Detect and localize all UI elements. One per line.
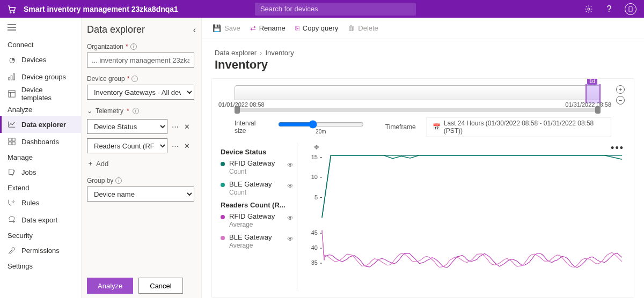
nav-item-data-export[interactable]: Data export (0, 211, 81, 228)
info-icon[interactable]: i (133, 108, 139, 114)
visibility-icon[interactable]: 👁 (287, 214, 294, 222)
more-icon[interactable]: ⋯ (171, 142, 179, 150)
legend-swatch-icon (221, 236, 225, 240)
svg-rect-3 (629, 6, 632, 12)
info-icon[interactable]: i (131, 76, 138, 82)
range-end-label: 01/31/2022 08:58 (565, 101, 611, 108)
breadcrumb-root[interactable]: Data explorer (215, 49, 257, 57)
svg-rect-4 (9, 78, 10, 80)
nav-section-extend: Extend (0, 181, 81, 194)
remove-icon[interactable]: ✕ (182, 123, 191, 131)
legend-item[interactable]: BLE GatewayCount👁 (221, 180, 291, 197)
groupby-label: Group byi (87, 177, 196, 184)
legend-item[interactable]: RFID GatewayCount👁 (221, 159, 291, 176)
svg-rect-6 (13, 74, 15, 80)
search-placeholder: Search for devices (260, 5, 318, 13)
interval-slider[interactable]: 20m (278, 120, 364, 135)
organization-label: Organization*i (87, 43, 196, 50)
zoom-in-icon[interactable]: + (616, 85, 625, 94)
svg-point-1 (13, 11, 14, 12)
data-export-icon (8, 215, 16, 224)
svg-text:10: 10 (311, 174, 318, 180)
calendar-icon: 📅 (433, 123, 441, 131)
search-input[interactable]: Search for devices (255, 3, 416, 16)
telemetry-select-1[interactable]: Readers Count (RF... (87, 138, 167, 153)
add-telemetry-button[interactable]: ＋Add (87, 159, 196, 168)
chart-container: 1d 01/01/2022 08:58 01/31/2022 08:58 + −… (211, 78, 634, 298)
dashboards-icon (8, 137, 16, 146)
device-templates-icon (8, 90, 16, 98)
svg-rect-9 (12, 138, 15, 141)
analyze-button[interactable]: Analyze (87, 278, 133, 294)
breadcrumb: Data explorer › Inventory (202, 39, 644, 57)
collapse-panel-icon[interactable]: ‹ (193, 25, 196, 35)
layers-icon[interactable]: ❖ (313, 143, 320, 151)
svg-text:45: 45 (311, 229, 318, 236)
nav-section-analyze: Analyze (0, 102, 81, 116)
copy-icon: ⎘ (295, 24, 299, 32)
panel-title: Data explorer (87, 24, 145, 35)
groupby-select[interactable]: Device name (87, 187, 194, 202)
main-content: 💾Save ⇄Rename ⎘Copy query 🗑Delete Data e… (202, 18, 644, 298)
visibility-icon[interactable]: 👁 (287, 235, 294, 243)
nav-item-device-groups[interactable]: Device groups (0, 68, 81, 85)
app-logo-icon (6, 4, 17, 14)
breadcrumb-current: Inventory (265, 49, 294, 57)
settings-gear-icon[interactable] (584, 4, 594, 14)
rename-button[interactable]: ⇄Rename (250, 24, 286, 32)
nav-item-rules[interactable]: Rules (0, 194, 81, 211)
nav-toggle-icon[interactable] (0, 22, 81, 38)
range-slider[interactable] (235, 108, 601, 112)
help-icon[interactable]: ? (604, 4, 614, 14)
timeline-overview-box[interactable] (235, 85, 601, 100)
app-header: Smart inventory management 23zka8dnqa1 S… (0, 0, 644, 18)
device-group-select[interactable]: Inventory Gateways - All devices (87, 85, 194, 100)
nav-item-permissions[interactable]: Permissions (0, 242, 81, 259)
telemetry-row: Readers Count (RF... ⋯ ✕ (87, 138, 196, 153)
cancel-button[interactable]: Cancel (138, 278, 182, 294)
svg-rect-10 (9, 142, 11, 145)
info-icon[interactable]: i (115, 177, 122, 184)
nav-item-dashboards[interactable]: Dashboards (0, 133, 81, 150)
nav-section-connect: Connect (0, 38, 81, 51)
svg-rect-5 (11, 76, 12, 80)
svg-text:15: 15 (311, 154, 318, 160)
chart-more-icon[interactable]: ••• (611, 143, 624, 154)
nav-item-device-templates[interactable]: Device templates (0, 85, 81, 102)
save-button[interactable]: 💾Save (213, 24, 240, 32)
delete-button[interactable]: 🗑Delete (348, 24, 378, 32)
devices-icon: ◔ (8, 55, 16, 64)
delete-icon: 🗑 (348, 24, 355, 32)
legend-group-title: Readers Count (R... (221, 201, 291, 209)
jobs-icon (8, 168, 16, 176)
chart-legend: Device Status RFID GatewayCount👁 BLE Gat… (218, 143, 294, 291)
timeframe-picker[interactable]: 📅 Last 24 Hours (01/30/2022 08:58 - 01/3… (427, 117, 611, 137)
data-explorer-icon (8, 120, 16, 129)
remove-icon[interactable]: ✕ (182, 142, 191, 150)
page-title: Inventory (202, 57, 644, 78)
visibility-icon[interactable]: 👁 (287, 161, 294, 169)
nav-section-security: Security (0, 228, 81, 242)
query-toolbar: 💾Save ⇄Rename ⎘Copy query 🗑Delete (202, 18, 644, 39)
user-avatar-icon[interactable] (625, 3, 636, 15)
device-groups-icon (8, 72, 16, 81)
telemetry-label[interactable]: ⌄Telemetry*i (87, 107, 196, 115)
visibility-icon[interactable]: 👁 (287, 182, 294, 190)
time-range-overview[interactable]: 1d 01/01/2022 08:58 01/31/2022 08:58 + − (218, 85, 627, 115)
more-icon[interactable]: ⋯ (171, 123, 179, 131)
timeline-selection[interactable] (586, 84, 601, 103)
organization-input[interactable] (87, 53, 194, 68)
zoom-out-icon[interactable]: − (616, 96, 625, 105)
svg-text:40: 40 (311, 244, 318, 251)
nav-item-devices[interactable]: ◔Devices (0, 51, 81, 68)
nav-item-data-explorer[interactable]: Data explorer (0, 116, 81, 133)
rename-icon: ⇄ (250, 24, 256, 32)
legend-item[interactable]: RFID GatewayAverage👁 (221, 212, 291, 229)
telemetry-select-0[interactable]: Device Status (87, 119, 167, 134)
legend-group-title: Device Status (221, 148, 291, 156)
nav-item-jobs[interactable]: Jobs (0, 163, 81, 181)
legend-swatch-icon (221, 162, 225, 166)
copy-query-button[interactable]: ⎘Copy query (295, 24, 338, 32)
legend-item[interactable]: BLE GatewayAverage👁 (221, 233, 291, 250)
info-icon[interactable]: i (130, 43, 137, 50)
